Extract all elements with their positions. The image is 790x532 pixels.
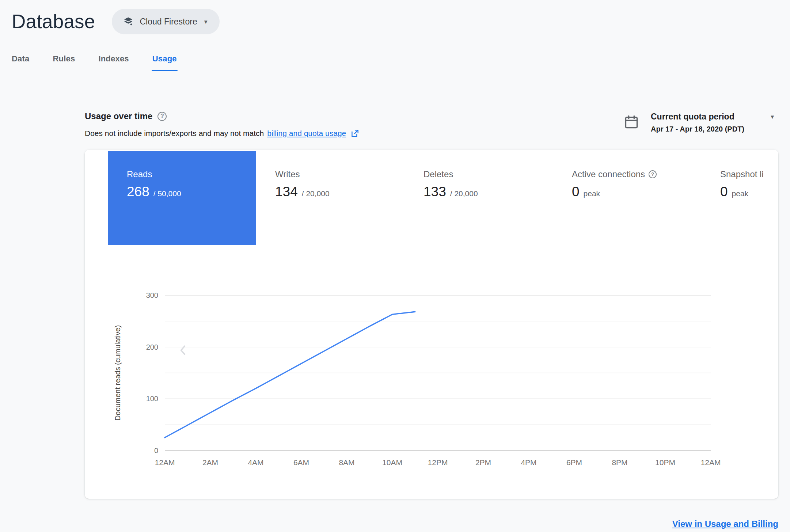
billing-quota-link[interactable]: billing and quota usage xyxy=(267,129,346,138)
y-tick-label: 100 xyxy=(146,395,158,403)
metric-limit: / 50,000 xyxy=(153,189,181,198)
metric-value: 133 xyxy=(424,184,446,200)
y-tick-label: 300 xyxy=(146,291,158,299)
y-tick-label: 200 xyxy=(146,343,158,351)
y-tick-label: 0 xyxy=(154,446,158,455)
metric-tile-reads[interactable]: Reads 268 / 50,000 xyxy=(108,151,256,245)
calendar-icon xyxy=(623,114,639,132)
metric-value: 268 xyxy=(127,184,149,200)
x-tick-label: 8AM xyxy=(339,458,354,467)
metric-limit: peak xyxy=(732,189,749,198)
tab-indexes[interactable]: Indexes xyxy=(98,54,129,71)
metric-tiles: Reads 268 / 50,000 Writes 134 / 20,000 D… xyxy=(108,151,764,245)
metric-tiles-viewport: Reads 268 / 50,000 Writes 134 / 20,000 D… xyxy=(85,150,764,246)
x-tick-label: 12AM xyxy=(155,458,175,467)
metric-name: Writes xyxy=(275,169,405,179)
metric-value: 134 xyxy=(275,184,298,200)
external-link-icon[interactable] xyxy=(350,129,360,138)
chevron-down-icon: ▼ xyxy=(770,114,775,119)
x-tick-label: 6PM xyxy=(566,458,582,467)
page-title: Database xyxy=(12,9,95,34)
usage-card: Reads 268 / 50,000 Writes 134 / 20,000 D… xyxy=(85,150,778,499)
chevron-down-icon: ▼ xyxy=(203,19,209,24)
tab-bar: Data Rules Indexes Usage xyxy=(0,52,790,71)
quota-period-dropdown[interactable]: Current quota period ▼ xyxy=(651,112,775,122)
metric-tile-writes[interactable]: Writes 134 / 20,000 xyxy=(256,151,405,245)
page-header: Database Cloud Firestore ▼ xyxy=(12,9,220,34)
tab-rules[interactable]: Rules xyxy=(53,54,75,71)
firestore-icon xyxy=(123,16,134,27)
product-selector[interactable]: Cloud Firestore ▼ xyxy=(112,9,219,34)
metric-name: Snapshot listeners xyxy=(720,169,764,179)
x-tick-label: 2PM xyxy=(475,458,491,467)
x-tick-label: 10PM xyxy=(655,458,675,467)
usage-section-header: Usage over time ? xyxy=(85,111,167,121)
x-tick-label: 12PM xyxy=(428,458,448,467)
help-icon[interactable]: ? xyxy=(157,112,167,121)
metric-tile-active-connections[interactable]: Active connections ? 0 peak xyxy=(553,151,701,245)
metric-value: 0 xyxy=(720,184,728,200)
help-icon[interactable]: ? xyxy=(649,170,657,178)
quota-period-range: Apr 17 - Apr 18, 2020 (PDT) xyxy=(651,125,775,133)
usage-section-title: Usage over time xyxy=(85,111,152,121)
usage-description-text: Does not include imports/exports and may… xyxy=(85,129,264,138)
usage-section-description: Does not include imports/exports and may… xyxy=(85,129,360,138)
metric-name: Reads xyxy=(127,169,256,179)
metric-limit: peak xyxy=(584,189,600,198)
metric-name: Active connections xyxy=(572,169,645,179)
metric-name: Deletes xyxy=(424,169,553,179)
product-selector-label: Cloud Firestore xyxy=(140,17,197,27)
tab-usage[interactable]: Usage xyxy=(152,54,177,71)
y-axis-title: Document reads (cumulative) xyxy=(114,325,122,421)
quota-period-label: Current quota period xyxy=(651,112,734,122)
metric-tile-deletes[interactable]: Deletes 133 / 20,000 xyxy=(405,151,553,245)
tab-data[interactable]: Data xyxy=(12,54,30,71)
x-tick-label: 8PM xyxy=(612,458,627,467)
x-tick-label: 4AM xyxy=(248,458,263,467)
x-tick-label: 2AM xyxy=(202,458,218,467)
metric-tile-snapshot-listeners[interactable]: Snapshot listeners 0 peak xyxy=(701,151,764,245)
quota-period-selector: Current quota period ▼ Apr 17 - Apr 18, … xyxy=(651,112,775,133)
metric-value: 0 xyxy=(572,184,580,200)
view-usage-billing-link[interactable]: View in Usage and Billing xyxy=(672,519,778,529)
reads-series-line xyxy=(165,312,415,437)
usage-line-chart: 010020030012AM2AM4AM6AM8AM10AM12PM2PM4PM… xyxy=(85,291,778,474)
metric-limit: / 20,000 xyxy=(450,189,478,198)
metric-limit: / 20,000 xyxy=(302,189,330,198)
x-tick-label: 6AM xyxy=(293,458,309,467)
x-tick-label: 12AM xyxy=(701,458,721,467)
x-tick-label: 10AM xyxy=(382,458,402,467)
x-tick-label: 4PM xyxy=(521,458,536,467)
